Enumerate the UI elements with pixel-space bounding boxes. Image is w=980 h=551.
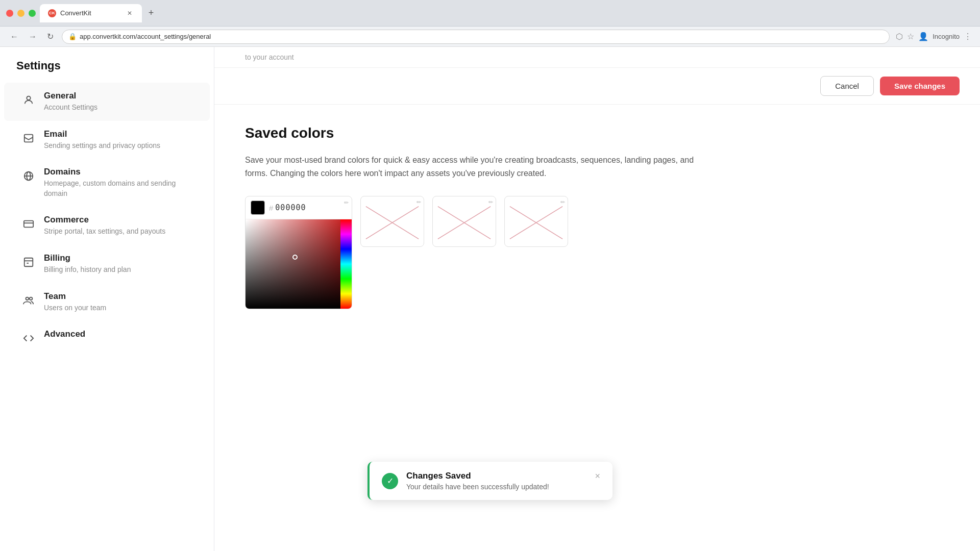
action-bar: Cancel Save changes <box>214 68 980 105</box>
empty-color-swatch-2[interactable]: ✏ <box>432 196 496 247</box>
top-partial-text: to your account <box>214 47 980 68</box>
sidebar-billing-text: Billing Billing info, history and plan <box>44 253 131 275</box>
sidebar-item-advanced[interactable]: Advanced <box>4 321 210 355</box>
billing-icon <box>20 254 37 270</box>
svg-rect-5 <box>24 221 33 228</box>
color-hex-value: 000000 <box>275 203 306 212</box>
section-description: Save your most-used brand colors for qui… <box>245 154 704 180</box>
section-title: Saved colors <box>245 125 949 141</box>
lock-icon: 🔒 <box>68 33 77 40</box>
new-tab-btn[interactable]: + <box>144 6 158 20</box>
toast-success-icon: ✓ <box>382 473 398 489</box>
sidebar-email-text: Email Sending settings and privacy optio… <box>44 129 160 151</box>
svg-point-0 <box>27 96 30 100</box>
svg-point-11 <box>30 297 33 300</box>
menu-icon[interactable]: ⋮ <box>964 32 972 41</box>
pencil-icon-swatch-1[interactable]: ✏ <box>416 199 421 206</box>
gradient-cursor <box>292 255 298 260</box>
window-controls <box>6 10 36 17</box>
svg-point-10 <box>26 297 29 300</box>
code-icon <box>20 330 37 346</box>
pencil-icon-swatch-3[interactable]: ✏ <box>560 199 565 206</box>
toast-subtitle: Your details have been successfully upda… <box>406 483 549 491</box>
sidebar-email-sub: Sending settings and privacy options <box>44 141 160 151</box>
sidebar-item-billing[interactable]: Billing Billing info, history and plan <box>4 245 210 283</box>
globe-icon <box>20 168 37 184</box>
sidebar-general-label: General <box>44 91 97 101</box>
back-btn[interactable]: ← <box>8 30 20 43</box>
window-max-btn[interactable] <box>29 10 36 17</box>
sidebar-general-text: General Account Settings <box>44 91 97 113</box>
tab-bar: CK ConvertKit ✕ + <box>40 4 974 22</box>
saved-colors-section: Saved colors Save your most-used brand c… <box>214 105 980 330</box>
toast-close-btn[interactable]: × <box>595 471 600 482</box>
color-swatches-row: ✏ # 000000 <box>245 196 949 309</box>
sidebar-advanced-text: Advanced <box>44 329 85 341</box>
picker-top-row: # 000000 <box>246 196 352 219</box>
sidebar-domains-text: Domains Homepage, custom domains and sen… <box>44 167 193 198</box>
hash-symbol: # <box>269 204 273 212</box>
sidebar-item-team[interactable]: Team Users on your team <box>4 283 210 321</box>
browser-toolbar-icons: ⬡ ☆ 👤 Incognito ⋮ <box>896 32 972 41</box>
sidebar-item-email[interactable]: Email Sending settings and privacy optio… <box>4 121 210 159</box>
address-bar-row: ← → ↻ 🔒 app.convertkit.com/account_setti… <box>0 27 980 47</box>
color-picker-container[interactable]: ✏ # 000000 <box>245 196 352 309</box>
pencil-icon-swatch-2[interactable]: ✏ <box>488 199 493 206</box>
cast-icon[interactable]: ⬡ <box>896 32 903 41</box>
sidebar-domains-sub: Homepage, custom domains and sending dom… <box>44 179 193 198</box>
sidebar-commerce-text: Commerce Stripe portal, tax settings, an… <box>44 215 165 237</box>
sidebar-billing-sub: Billing info, history and plan <box>44 265 131 275</box>
sidebar-item-commerce[interactable]: Commerce Stripe portal, tax settings, an… <box>4 207 210 245</box>
refresh-btn[interactable]: ↻ <box>45 30 56 43</box>
toast-text: Changes Saved Your details have been suc… <box>406 471 549 491</box>
sidebar-email-label: Email <box>44 129 160 139</box>
profile-icon[interactable]: 👤 <box>918 32 928 41</box>
sidebar-commerce-sub: Stripe portal, tax settings, and payouts <box>44 227 165 237</box>
sidebar-team-sub: Users on your team <box>44 303 106 313</box>
sidebar-item-domains[interactable]: Domains Homepage, custom domains and sen… <box>4 159 210 207</box>
sidebar-item-general[interactable]: General Account Settings <box>4 83 210 121</box>
tab-title: ConvertKit <box>60 9 91 17</box>
toast-title: Changes Saved <box>406 471 549 481</box>
empty-color-swatch-3[interactable]: ✏ <box>504 196 568 247</box>
sidebar-title: Settings <box>0 59 214 83</box>
picker-body[interactable] <box>246 219 352 309</box>
incognito-label: Incognito <box>933 33 960 40</box>
window-close-btn[interactable] <box>6 10 13 17</box>
sidebar-team-text: Team Users on your team <box>44 291 106 313</box>
forward-btn[interactable]: → <box>27 30 39 43</box>
svg-rect-7 <box>24 258 33 267</box>
toast-notification: ✓ Changes Saved Your details have been s… <box>368 462 612 500</box>
sidebar-team-label: Team <box>44 291 106 302</box>
tab-close-btn[interactable]: ✕ <box>126 9 134 17</box>
sidebar: Settings General Account Settings Email <box>0 47 214 551</box>
pencil-top-icon[interactable]: ✏ <box>344 199 349 206</box>
hue-strip[interactable] <box>340 219 352 309</box>
bookmark-icon[interactable]: ☆ <box>907 32 914 41</box>
person-icon <box>20 92 37 108</box>
color-swatch-black[interactable] <box>251 201 265 215</box>
address-bar[interactable]: 🔒 app.convertkit.com/account_settings/ge… <box>62 30 890 44</box>
cancel-button[interactable]: Cancel <box>820 76 874 96</box>
inbox-icon <box>20 130 37 146</box>
active-tab[interactable]: CK ConvertKit ✕ <box>40 4 142 22</box>
browser-chrome: CK ConvertKit ✕ + <box>0 0 980 27</box>
team-icon <box>20 292 37 309</box>
save-changes-button[interactable]: Save changes <box>880 77 960 95</box>
sidebar-advanced-label: Advanced <box>44 329 85 339</box>
sidebar-commerce-label: Commerce <box>44 215 165 225</box>
gradient-picker[interactable] <box>246 219 340 309</box>
sidebar-billing-label: Billing <box>44 253 131 263</box>
card-icon <box>20 216 37 232</box>
sidebar-domains-label: Domains <box>44 167 193 177</box>
tab-favicon: CK <box>48 9 56 17</box>
window-min-btn[interactable] <box>17 10 24 17</box>
sidebar-general-sub: Account Settings <box>44 103 97 113</box>
url-text: app.convertkit.com/account_settings/gene… <box>80 33 211 40</box>
empty-color-swatch-1[interactable]: ✏ <box>360 196 424 247</box>
